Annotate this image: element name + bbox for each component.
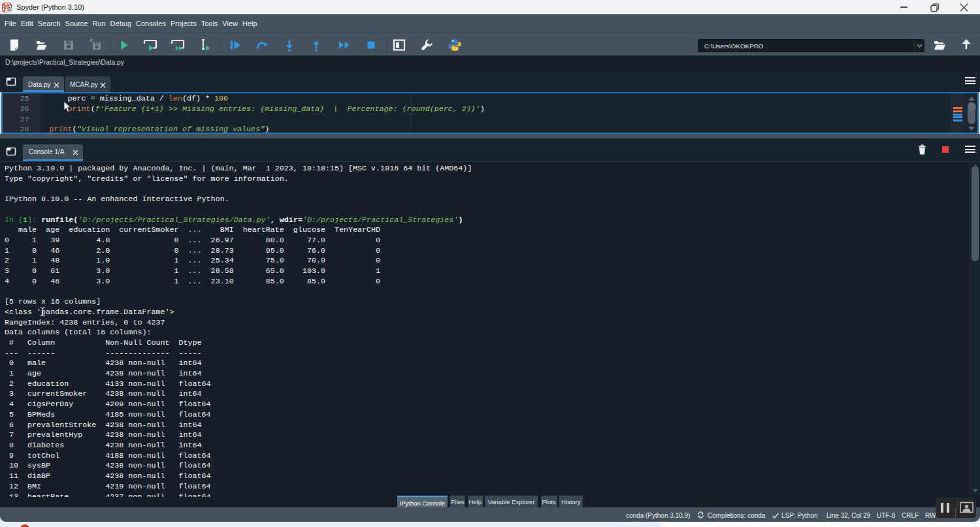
svg-text:S: S bbox=[7, 6, 10, 12]
